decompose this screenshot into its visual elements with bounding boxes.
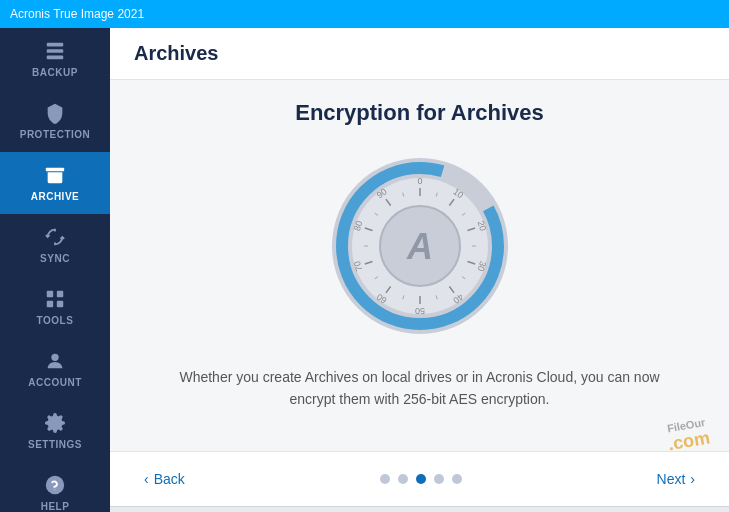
encryption-title: Encryption for Archives — [295, 100, 544, 126]
back-chevron-icon: ‹ — [144, 471, 149, 487]
svg-point-10 — [55, 489, 56, 490]
sidebar-item-settings-label: SETTINGS — [28, 439, 82, 450]
sidebar-item-archive-label: ARCHIVE — [31, 191, 80, 202]
archive-icon — [44, 164, 66, 186]
sidebar-item-backup[interactable]: BACKUP — [0, 28, 110, 90]
svg-text:0: 0 — [417, 176, 422, 186]
svg-rect-0 — [47, 43, 64, 47]
svg-rect-5 — [57, 291, 63, 297]
content-footer: ‹ Back Next › — [110, 451, 729, 506]
encryption-description: Whether you create Archives on local dri… — [170, 366, 670, 411]
help-icon — [44, 474, 66, 496]
dot-3 — [416, 474, 426, 484]
sidebar-item-help[interactable]: HELP — [0, 462, 110, 512]
sidebar: BACKUP PROTECTION ARCHIVE SYNC — [0, 28, 110, 512]
next-button[interactable]: Next › — [647, 466, 705, 492]
back-button[interactable]: ‹ Back — [134, 466, 195, 492]
svg-text:A: A — [406, 226, 433, 267]
svg-rect-1 — [47, 49, 64, 53]
backup-icon — [44, 40, 66, 62]
sidebar-item-backup-label: BACKUP — [32, 67, 78, 78]
dot-1 — [380, 474, 390, 484]
sidebar-item-help-label: HELP — [41, 501, 70, 512]
svg-text:50: 50 — [414, 306, 424, 316]
sidebar-item-sync-label: SYNC — [40, 253, 70, 264]
sidebar-item-tools[interactable]: TOOLS — [0, 276, 110, 338]
page-title: Archives — [134, 42, 705, 65]
svg-point-8 — [51, 354, 58, 361]
svg-rect-7 — [57, 301, 63, 307]
sidebar-item-account[interactable]: ACCOUNT — [0, 338, 110, 400]
title-bar: Acronis True Image 2021 — [0, 0, 729, 28]
main-layout: BACKUP PROTECTION ARCHIVE SYNC — [0, 28, 729, 512]
lock-dial-svg: 0 10 20 30 40 — [330, 156, 510, 336]
action-bar: Analyze Home Folder ▼ — [110, 506, 729, 512]
sidebar-bottom: SETTINGS HELP — [0, 400, 110, 512]
protection-icon — [44, 102, 66, 124]
sidebar-item-sync[interactable]: SYNC — [0, 214, 110, 276]
tools-icon — [44, 288, 66, 310]
content-area: Archives Encryption for Archives — [110, 28, 729, 512]
back-label: Back — [154, 471, 185, 487]
sync-icon — [44, 226, 66, 248]
content-header: Archives — [110, 28, 729, 80]
pagination-dots — [380, 474, 462, 484]
svg-rect-3 — [46, 168, 64, 172]
sidebar-item-account-label: ACCOUNT — [28, 377, 82, 388]
next-label: Next — [657, 471, 686, 487]
sidebar-item-protection[interactable]: PROTECTION — [0, 90, 110, 152]
dot-2 — [398, 474, 408, 484]
title-bar-text: Acronis True Image 2021 — [10, 7, 144, 21]
lock-dial-container: 0 10 20 30 40 — [330, 156, 510, 336]
svg-rect-2 — [47, 56, 64, 60]
sidebar-item-settings[interactable]: SETTINGS — [0, 400, 110, 462]
sidebar-item-tools-label: TOOLS — [37, 315, 74, 326]
dot-4 — [434, 474, 444, 484]
next-chevron-icon: › — [690, 471, 695, 487]
svg-point-9 — [46, 476, 64, 494]
settings-icon — [44, 412, 66, 434]
sidebar-item-archive[interactable]: ARCHIVE — [0, 152, 110, 214]
account-icon — [44, 350, 66, 372]
sidebar-item-protection-label: PROTECTION — [20, 129, 91, 140]
content-body: Encryption for Archives 0 — [110, 80, 729, 451]
svg-rect-4 — [47, 291, 53, 297]
svg-rect-6 — [47, 301, 53, 307]
dot-5 — [452, 474, 462, 484]
